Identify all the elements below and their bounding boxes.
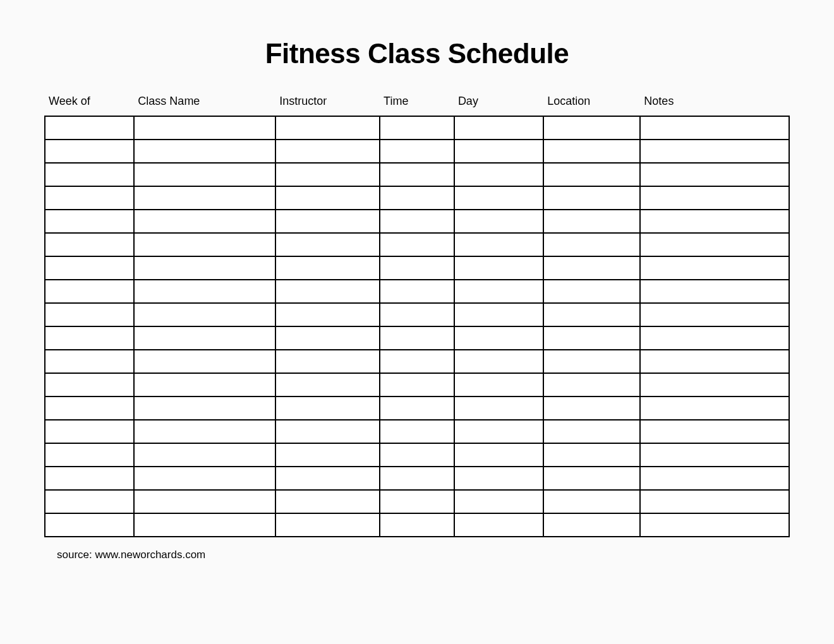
- table-cell[interactable]: [134, 280, 275, 303]
- table-cell[interactable]: [640, 397, 789, 420]
- table-cell[interactable]: [640, 443, 789, 467]
- table-cell[interactable]: [454, 280, 543, 303]
- table-cell[interactable]: [275, 116, 380, 140]
- table-cell[interactable]: [45, 210, 134, 233]
- table-cell[interactable]: [45, 397, 134, 420]
- table-cell[interactable]: [380, 513, 454, 537]
- table-cell[interactable]: [134, 373, 275, 397]
- table-cell[interactable]: [275, 443, 380, 467]
- table-cell[interactable]: [275, 420, 380, 443]
- table-cell[interactable]: [380, 116, 454, 140]
- table-cell[interactable]: [543, 443, 640, 467]
- table-cell[interactable]: [380, 256, 454, 280]
- table-cell[interactable]: [275, 513, 380, 537]
- table-cell[interactable]: [134, 210, 275, 233]
- table-cell[interactable]: [134, 233, 275, 256]
- table-cell[interactable]: [380, 420, 454, 443]
- table-cell[interactable]: [134, 443, 275, 467]
- table-cell[interactable]: [543, 140, 640, 163]
- table-cell[interactable]: [640, 210, 789, 233]
- table-cell[interactable]: [454, 256, 543, 280]
- table-cell[interactable]: [134, 256, 275, 280]
- table-cell[interactable]: [134, 186, 275, 210]
- table-cell[interactable]: [275, 163, 380, 186]
- table-cell[interactable]: [380, 467, 454, 490]
- table-cell[interactable]: [543, 350, 640, 373]
- table-cell[interactable]: [640, 490, 789, 513]
- table-cell[interactable]: [640, 140, 789, 163]
- table-cell[interactable]: [543, 420, 640, 443]
- table-cell[interactable]: [543, 256, 640, 280]
- table-cell[interactable]: [134, 303, 275, 326]
- table-cell[interactable]: [640, 513, 789, 537]
- table-cell[interactable]: [454, 513, 543, 537]
- table-cell[interactable]: [275, 350, 380, 373]
- table-cell[interactable]: [275, 186, 380, 210]
- table-cell[interactable]: [454, 420, 543, 443]
- table-cell[interactable]: [380, 397, 454, 420]
- table-cell[interactable]: [134, 420, 275, 443]
- table-cell[interactable]: [454, 116, 543, 140]
- table-cell[interactable]: [454, 397, 543, 420]
- table-cell[interactable]: [543, 467, 640, 490]
- table-cell[interactable]: [380, 303, 454, 326]
- table-cell[interactable]: [45, 443, 134, 467]
- table-cell[interactable]: [454, 303, 543, 326]
- table-cell[interactable]: [275, 303, 380, 326]
- table-cell[interactable]: [275, 256, 380, 280]
- table-cell[interactable]: [543, 490, 640, 513]
- table-cell[interactable]: [380, 280, 454, 303]
- table-cell[interactable]: [543, 116, 640, 140]
- table-cell[interactable]: [134, 397, 275, 420]
- table-cell[interactable]: [640, 163, 789, 186]
- table-cell[interactable]: [45, 186, 134, 210]
- table-cell[interactable]: [45, 467, 134, 490]
- table-cell[interactable]: [454, 163, 543, 186]
- table-cell[interactable]: [640, 420, 789, 443]
- table-cell[interactable]: [380, 350, 454, 373]
- table-cell[interactable]: [454, 443, 543, 467]
- table-cell[interactable]: [640, 350, 789, 373]
- table-cell[interactable]: [275, 326, 380, 350]
- table-cell[interactable]: [640, 373, 789, 397]
- table-cell[interactable]: [543, 326, 640, 350]
- table-cell[interactable]: [134, 116, 275, 140]
- table-cell[interactable]: [543, 280, 640, 303]
- table-cell[interactable]: [134, 467, 275, 490]
- table-cell[interactable]: [640, 467, 789, 490]
- table-cell[interactable]: [543, 233, 640, 256]
- table-cell[interactable]: [640, 233, 789, 256]
- table-cell[interactable]: [543, 163, 640, 186]
- table-cell[interactable]: [454, 140, 543, 163]
- table-cell[interactable]: [275, 373, 380, 397]
- table-cell[interactable]: [380, 443, 454, 467]
- table-cell[interactable]: [275, 397, 380, 420]
- table-cell[interactable]: [454, 326, 543, 350]
- table-cell[interactable]: [380, 163, 454, 186]
- table-cell[interactable]: [45, 373, 134, 397]
- table-cell[interactable]: [543, 373, 640, 397]
- table-cell[interactable]: [454, 233, 543, 256]
- table-cell[interactable]: [45, 280, 134, 303]
- table-cell[interactable]: [543, 513, 640, 537]
- table-cell[interactable]: [640, 116, 789, 140]
- table-cell[interactable]: [134, 513, 275, 537]
- table-cell[interactable]: [275, 490, 380, 513]
- table-cell[interactable]: [543, 186, 640, 210]
- table-cell[interactable]: [543, 210, 640, 233]
- table-cell[interactable]: [45, 420, 134, 443]
- table-cell[interactable]: [45, 326, 134, 350]
- table-cell[interactable]: [380, 326, 454, 350]
- table-cell[interactable]: [275, 210, 380, 233]
- table-cell[interactable]: [45, 256, 134, 280]
- table-cell[interactable]: [134, 140, 275, 163]
- table-cell[interactable]: [454, 490, 543, 513]
- table-cell[interactable]: [454, 210, 543, 233]
- table-cell[interactable]: [45, 140, 134, 163]
- table-cell[interactable]: [543, 303, 640, 326]
- table-cell[interactable]: [454, 373, 543, 397]
- table-cell[interactable]: [380, 140, 454, 163]
- table-cell[interactable]: [380, 490, 454, 513]
- table-cell[interactable]: [380, 373, 454, 397]
- table-cell[interactable]: [640, 280, 789, 303]
